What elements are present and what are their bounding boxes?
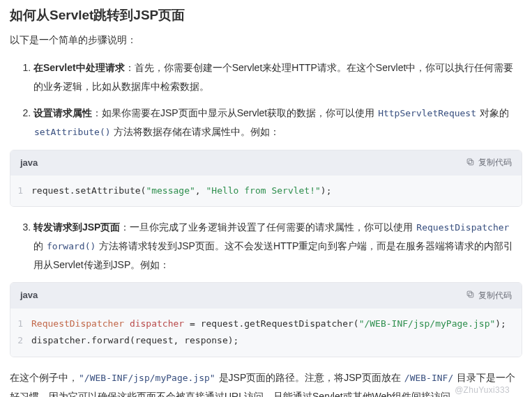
token-str: "/WEB-INF/jsp/myPage.jsp" [359, 318, 496, 329]
line-number: 1 [10, 316, 31, 333]
copy-button[interactable]: 复制代码 [466, 290, 512, 302]
code-line: 1request.setAttribute("message", "Hello … [10, 182, 522, 200]
svg-rect-3 [467, 292, 472, 297]
code-block-2: java 复制代码 1RequestDispatcher dispatcher … [10, 282, 522, 357]
code-body: 1request.setAttribute("message", "Hello … [10, 176, 522, 207]
code-block-1: java 复制代码 1request.setAttribute("message… [10, 150, 522, 208]
copy-button[interactable]: 复制代码 [466, 157, 512, 169]
code-body: 1RequestDispatcher dispatcher = request.… [10, 309, 522, 357]
svg-rect-0 [469, 160, 473, 165]
inline-code: forward() [46, 241, 96, 251]
token-str: "Hello from Servlet!" [206, 185, 320, 196]
step-1: 在Servlet中处理请求：首先，你需要创建一个Servlet来处理HTTP请求… [33, 59, 522, 95]
line-number: 1 [10, 182, 31, 200]
line-content: RequestDispatcher dispatcher = request.g… [31, 316, 522, 333]
step-lead: 设置请求属性 [33, 107, 92, 118]
token-pln: dispatcher.forward(request, response); [31, 335, 238, 345]
token-pln: request.setAttribute( [31, 185, 146, 196]
copy-label: 复制代码 [478, 157, 512, 169]
intro-text: 以下是一个简单的步骤说明： [10, 32, 522, 49]
copy-label: 复制代码 [478, 290, 512, 302]
code-line: 1RequestDispatcher dispatcher = request.… [10, 316, 522, 333]
step-3: 转发请求到JSP页面：一旦你完成了业务逻辑并设置了任何需要的请求属性，你可以使用… [33, 218, 522, 274]
watermark: @ZhuYuxi333 [455, 383, 510, 397]
line-content: dispatcher.forward(request, response); [31, 332, 522, 350]
step-lead: 在Servlet中处理请求 [33, 62, 125, 73]
inline-code: HttpServletRequest [377, 108, 477, 118]
inline-code: RequestDispatcher [416, 222, 510, 233]
token-pln [124, 318, 130, 329]
copy-icon [466, 157, 475, 169]
code-lang-label: java [20, 155, 38, 171]
step-body-c: 方法将请求转发到JSP页面。这不会发送HTTP重定向到客户端，而是在服务器端将请… [33, 240, 513, 270]
after-paragraph: 在这个例子中，"/WEB-INF/jsp/myPage.jsp" 是JSP页面的… [10, 368, 522, 397]
token-str: "message" [146, 185, 195, 196]
step-body-a: ：如果你需要在JSP页面中显示从Servlet获取的数据，你可以使用 [92, 107, 377, 118]
copy-icon [466, 290, 475, 301]
inline-code: /WEB-INF/ [404, 373, 454, 383]
token-pln: , [195, 185, 206, 196]
page-title: 如何从Servlet跳转到JSP页面 [10, 4, 522, 26]
token-cls: RequestDispatcher [31, 318, 124, 329]
token-var: dispatcher [130, 318, 184, 329]
code-header: java 复制代码 [10, 150, 522, 176]
steps-list-cont: 转发请求到JSP页面：一旦你完成了业务逻辑并设置了任何需要的请求属性，你可以使用… [10, 218, 522, 274]
svg-rect-1 [467, 159, 472, 164]
steps-list: 在Servlet中处理请求：首先，你需要创建一个Servlet来处理HTTP请求… [10, 59, 522, 141]
step-body-b: 的 [33, 240, 46, 251]
inline-code: "/WEB-INF/jsp/myPage.jsp" [78, 373, 216, 383]
step-body-c: 方法将数据存储在请求属性中。例如： [112, 126, 280, 137]
after-a: 在这个例子中， [10, 372, 78, 383]
token-pln: = request.getRequestDispatcher( [184, 318, 358, 329]
code-header: java 复制代码 [10, 283, 522, 308]
code-lang-label: java [20, 288, 38, 303]
token-pln: ); [321, 185, 332, 196]
token-pln: ); [495, 318, 506, 329]
after-b: 是JSP页面的路径。注意，将JSP页面放在 [216, 372, 404, 383]
step-body-b: 对象的 [477, 107, 509, 118]
step-body-a: ：一旦你完成了业务逻辑并设置了任何需要的请求属性，你可以使用 [120, 221, 416, 233]
svg-rect-2 [469, 293, 473, 298]
step-lead: 转发请求到JSP页面 [33, 221, 120, 233]
line-content: request.setAttribute("message", "Hello f… [31, 182, 522, 200]
inline-code: setAttribute() [33, 127, 112, 137]
code-line: 2dispatcher.forward(request, response); [10, 332, 522, 350]
line-number: 2 [10, 332, 31, 350]
step-2: 设置请求属性：如果你需要在JSP页面中显示从Servlet获取的数据，你可以使用… [33, 104, 522, 141]
